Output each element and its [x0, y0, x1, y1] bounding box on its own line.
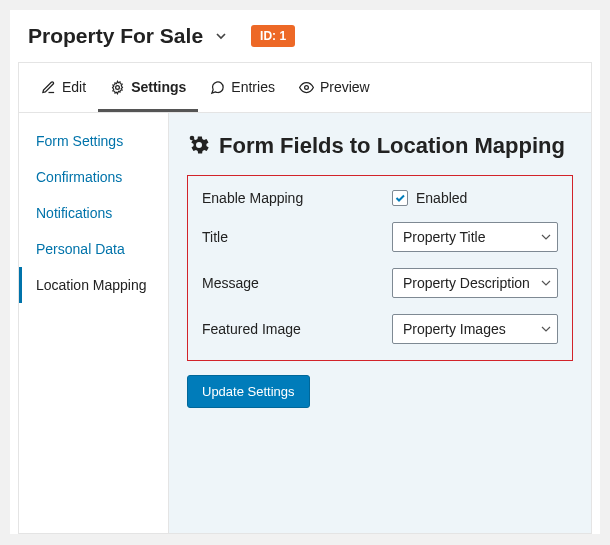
gear-icon [187, 131, 211, 161]
sidebar-item-confirmations[interactable]: Confirmations [19, 159, 168, 195]
tab-edit[interactable]: Edit [29, 63, 98, 112]
sidebar-item-form-settings[interactable]: Form Settings [19, 123, 168, 159]
tab-settings[interactable]: Settings [98, 63, 198, 112]
title-select[interactable]: Property Title [392, 222, 558, 252]
update-settings-button[interactable]: Update Settings [187, 375, 310, 408]
id-badge: ID: 1 [251, 25, 295, 47]
tab-label: Settings [131, 79, 186, 95]
svg-point-2 [190, 136, 195, 141]
title-label: Title [202, 229, 392, 245]
sidebar-item-location-mapping[interactable]: Location Mapping [19, 267, 168, 303]
sidebar-item-personal-data[interactable]: Personal Data [19, 231, 168, 267]
select-value: Property Title [403, 229, 485, 245]
page-title: Property For Sale [28, 24, 203, 48]
tab-label: Entries [231, 79, 275, 95]
featured-image-label: Featured Image [202, 321, 392, 337]
tab-label: Preview [320, 79, 370, 95]
checkbox-label: Enabled [416, 190, 467, 206]
content-area: Form Fields to Location Mapping Enable M… [169, 113, 591, 533]
featured-image-select[interactable]: Property Images [392, 314, 558, 344]
sidebar-item-notifications[interactable]: Notifications [19, 195, 168, 231]
tab-preview[interactable]: Preview [287, 63, 382, 112]
tab-bar: Edit Settings Entries Preview [19, 63, 591, 113]
message-label: Message [202, 275, 392, 291]
enable-mapping-checkbox[interactable] [392, 190, 408, 206]
chevron-down-icon [541, 229, 551, 245]
chevron-down-icon [541, 275, 551, 291]
tab-entries[interactable]: Entries [198, 63, 287, 112]
fields-highlight-box: Enable Mapping Enabled Title Proper [187, 175, 573, 361]
message-select[interactable]: Property Description [392, 268, 558, 298]
enable-mapping-label: Enable Mapping [202, 190, 392, 206]
content-title: Form Fields to Location Mapping [219, 133, 565, 158]
chevron-down-icon [541, 321, 551, 337]
select-value: Property Description [403, 275, 530, 291]
svg-point-0 [116, 85, 120, 89]
select-value: Property Images [403, 321, 506, 337]
tab-label: Edit [62, 79, 86, 95]
svg-point-1 [305, 85, 309, 89]
settings-sidebar: Form Settings Confirmations Notification… [19, 113, 169, 533]
chevron-down-icon[interactable] [213, 28, 229, 44]
